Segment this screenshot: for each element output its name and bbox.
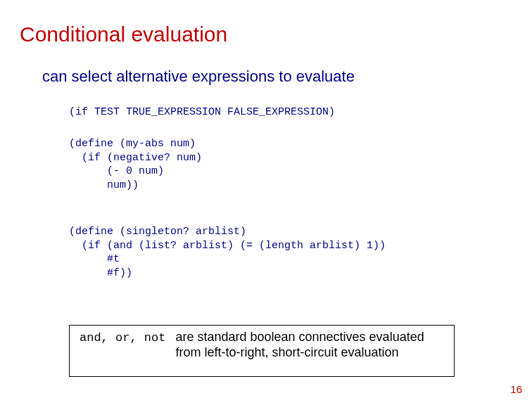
note-description: are standard boolean connectives evaluat… bbox=[175, 330, 447, 360]
note-box: and, or, not are standard boolean connec… bbox=[69, 325, 455, 377]
note-operators: and, or, not bbox=[80, 330, 175, 345]
code-my-abs: (define (my-abs num) (if (negative? num)… bbox=[69, 137, 202, 192]
code-singleton: (define (singleton? arblist) (if (and (l… bbox=[69, 225, 386, 280]
slide-title: Conditional evaluation bbox=[20, 22, 227, 46]
page-number: 16 bbox=[510, 383, 522, 395]
slide-subtitle: can select alternative expressions to ev… bbox=[42, 68, 355, 86]
slide: Conditional evaluation can select altern… bbox=[0, 0, 532, 405]
code-if-syntax: (if TEST TRUE_EXPRESSION FALSE_EXPRESSIO… bbox=[69, 105, 335, 120]
